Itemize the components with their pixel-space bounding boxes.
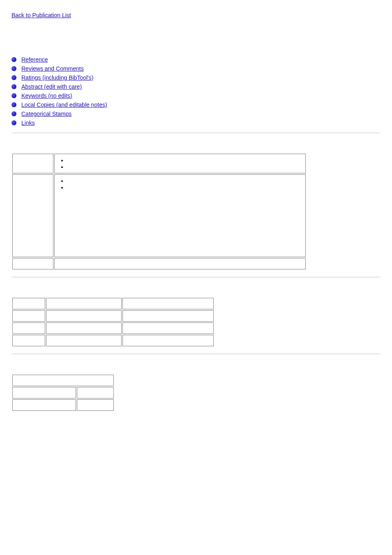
nav-link-links[interactable]: Links <box>21 120 35 126</box>
nav-link-localcopies[interactable]: Local Copies (and editable notes) <box>21 101 107 108</box>
section-heading-reviews: 2. Reviews and Comments <box>12 282 380 293</box>
bullet-icon <box>12 66 16 71</box>
divider <box>12 133 380 133</box>
section-heading-ratings: 3. Ratings (including BibTool's) <box>12 359 380 370</box>
reviews-cell[interactable] <box>122 310 214 322</box>
ref-source-cell: T. M. A. C. C. F. W. R. 2004 IEEE Intern… <box>54 174 306 257</box>
reviews-cell[interactable] <box>12 310 45 322</box>
nav-link-reviews[interactable]: Reviews and Comments <box>21 65 84 72</box>
ref-label-authors: authors <box>12 154 53 173</box>
page-subtitle: Zhou, Gruev, Lu, Ayers, and Etienne-Cumm… <box>12 42 380 51</box>
nav-list: Reference Reviews and Comments Ratings (… <box>12 56 380 126</box>
nav-link-ratings[interactable]: Ratings (including BibTool's) <box>21 74 93 81</box>
table-row: BibTool Ratings <box>12 375 114 386</box>
reference-table: authors Zhou, Y.; Gruev, V.; Lu, J.; Aye… <box>12 153 307 270</box>
nav-link-stamps[interactable]: Categorical Stamps <box>21 111 71 117</box>
table-row: date by whom comment / review <box>12 298 214 309</box>
reviews-cell[interactable] <box>122 322 214 334</box>
reviews-cell[interactable]: add name here <box>46 310 122 322</box>
divider <box>12 354 380 354</box>
bullet-icon <box>12 102 16 107</box>
bullet-icon <box>12 93 16 98</box>
nav-link-reference[interactable]: Reference <box>21 56 48 63</box>
table-row: source T. M. A. C. C. F. W. R. 2004 IEEE… <box>12 174 306 257</box>
reviews-col-comment: comment / review <box>122 298 214 309</box>
ratings-label: error-free <box>12 399 76 411</box>
ref-authors-text: Zhou, Y.; Gruev, V.; Lu, J.; Ayers, S.; … <box>67 157 197 163</box>
page-title: Paper-PRINT 0059 <box>12 25 380 38</box>
nav-link-abstract[interactable]: Abstract (edit with care) <box>21 83 82 90</box>
ref-year-text: 2004 <box>67 164 78 170</box>
bullet-icon <box>12 120 16 125</box>
nav-link-keywords[interactable]: Keywords (no edits) <box>21 92 72 99</box>
ref-label-source: source <box>12 174 53 257</box>
back-link[interactable]: Back to Publication List <box>12 12 71 18</box>
divider <box>12 277 380 277</box>
bullet-icon <box>12 75 16 80</box>
reviews-col-date: date <box>12 298 45 309</box>
ratings-value: N/A <box>77 387 114 398</box>
ratings-label: readability <box>12 387 76 398</box>
reviews-cell[interactable]: add name here <box>46 335 122 346</box>
ratings-table: BibTool Ratings readability N/A error-fr… <box>12 374 115 412</box>
reviews-cell[interactable] <box>12 322 45 334</box>
ratings-value: N/A <box>77 399 114 411</box>
bullet-icon <box>12 84 16 89</box>
bullet-icon <box>12 111 16 116</box>
ref-label-value: gray00590 <box>54 258 306 269</box>
table-row: add name here <box>12 322 214 334</box>
table-row: error-free N/A <box>12 399 114 411</box>
table-row: readability N/A <box>12 387 114 398</box>
ref-authors-cell: Zhou, Y.; Gruev, V.; Lu, J.; Ayers, S.; … <box>54 154 306 173</box>
bullet-icon <box>12 57 16 62</box>
reviews-col-bywhom: by whom <box>46 298 122 309</box>
reviews-cell[interactable] <box>122 335 214 346</box>
table-row: authors Zhou, Y.; Gruev, V.; Lu, J.; Aye… <box>12 154 306 173</box>
ref-source-long: 2004 IEEE International Symposium on Cir… <box>67 184 301 253</box>
table-row: add name here <box>12 310 214 322</box>
reviews-cell[interactable] <box>12 335 45 346</box>
ref-label-label: label <box>12 258 53 269</box>
table-row: label gray00590 <box>12 258 306 269</box>
ref-source-short: T. M. A. C. C. F. W. R. <box>67 178 115 184</box>
table-row: add name here <box>12 335 214 346</box>
section-heading-reference: 1. Reference <box>12 138 380 149</box>
reviews-cell[interactable]: add name here <box>46 322 122 334</box>
ratings-header: BibTool Ratings <box>12 375 114 386</box>
reviews-table: date by whom comment / review add name h… <box>12 297 214 347</box>
